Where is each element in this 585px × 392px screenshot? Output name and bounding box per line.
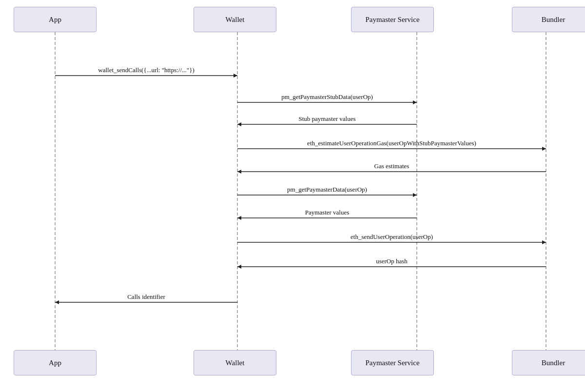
svg-text:Calls identifier: Calls identifier [127, 293, 165, 300]
svg-text:eth_sendUserOperation(userOp): eth_sendUserOperation(userOp) [351, 233, 433, 240]
svg-text:pm_getPaymasterData(userOp): pm_getPaymasterData(userOp) [287, 186, 367, 193]
svg-text:Stub paymaster values: Stub paymaster values [299, 115, 356, 122]
sequence-diagram: wallet_sendCalls({...url: "https://..."}… [0, 0, 585, 392]
diagram-svg: wallet_sendCalls({...url: "https://..."}… [0, 0, 585, 392]
actor-bottom-bundler: Bundler [512, 350, 585, 375]
actor-bottom-wallet: Wallet [194, 350, 276, 375]
actor-top-wallet: Wallet [194, 7, 276, 32]
actor-top-bundler: Bundler [512, 7, 585, 32]
svg-text:userOp hash: userOp hash [376, 257, 408, 265]
svg-text:wallet_sendCalls({...url: "htt: wallet_sendCalls({...url: "https://..."}… [98, 66, 195, 74]
actor-bottom-paymaster: Paymaster Service [351, 350, 434, 375]
svg-text:Paymaster values: Paymaster values [305, 209, 350, 216]
actor-bottom-app: App [14, 350, 97, 375]
actor-top-paymaster: Paymaster Service [351, 7, 434, 32]
actor-top-app: App [14, 7, 97, 32]
svg-text:pm_getPaymasterStubData(userOp: pm_getPaymasterStubData(userOp) [281, 93, 373, 100]
svg-text:Gas estimates: Gas estimates [374, 162, 410, 170]
svg-text:eth_estimateUserOperationGas(u: eth_estimateUserOperationGas(userOpWithS… [307, 139, 476, 147]
